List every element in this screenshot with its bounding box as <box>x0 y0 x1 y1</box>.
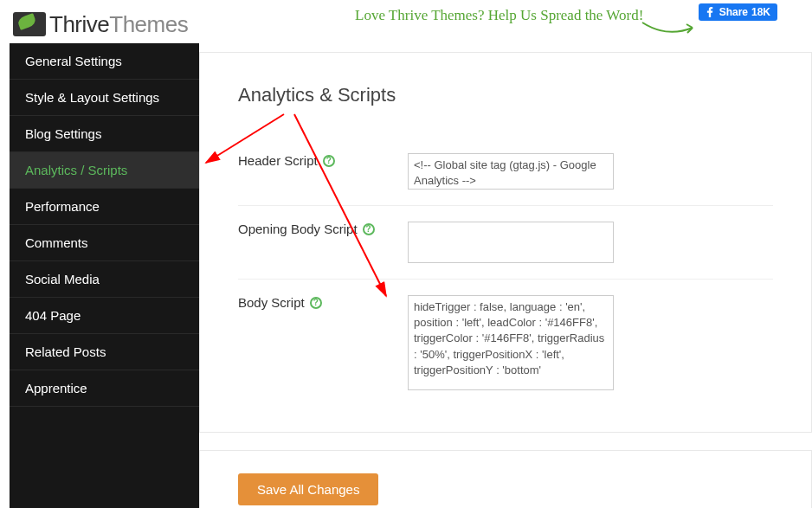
sidebar-item-label: Related Posts <box>25 344 106 359</box>
label-text: Body Script <box>238 295 305 310</box>
sidebar: General Settings Style & Layout Settings… <box>10 43 199 508</box>
curved-arrow-icon <box>641 19 701 41</box>
brand-name: ThriveThemes <box>49 11 188 38</box>
header-script-input[interactable] <box>408 153 614 190</box>
settings-panel: Analytics & Scripts Header Script ? Open… <box>199 52 812 433</box>
label-text: Header Script <box>238 153 318 168</box>
label-text: Opening Body Script <box>238 222 358 236</box>
leaf-icon <box>13 12 46 36</box>
sidebar-item-performance[interactable]: Performance <box>10 189 199 225</box>
cta-text: Love Thrive Themes? Help Us Spread the W… <box>355 7 643 24</box>
top-bar: ThriveThemes Love Thrive Themes? Help Us… <box>0 0 812 43</box>
sidebar-item-blog[interactable]: Blog Settings <box>10 116 199 152</box>
brand-name-b: Themes <box>109 11 188 37</box>
help-icon[interactable]: ? <box>363 223 375 235</box>
brand-logo[interactable]: ThriveThemes <box>13 11 188 38</box>
sidebar-item-label: Apprentice <box>25 381 87 395</box>
sidebar-item-label: Style & Layout Settings <box>25 90 159 105</box>
sidebar-item-404[interactable]: 404 Page <box>10 298 199 334</box>
help-icon[interactable]: ? <box>310 297 322 309</box>
main-content: Analytics & Scripts Header Script ? Open… <box>199 43 812 508</box>
body-script-input[interactable] <box>408 295 614 390</box>
sidebar-item-social[interactable]: Social Media <box>10 261 199 298</box>
sidebar-item-label: Performance <box>25 199 100 214</box>
opening-body-script-input[interactable] <box>408 222 614 263</box>
sidebar-item-style[interactable]: Style & Layout Settings <box>10 80 199 116</box>
sidebar-item-label: Comments <box>25 235 88 250</box>
field-label: Body Script ? <box>238 295 408 310</box>
sidebar-item-related[interactable]: Related Posts <box>10 334 199 370</box>
sidebar-item-analytics[interactable]: Analytics / Scripts <box>10 152 199 189</box>
field-row-body: Body Script ? <box>238 280 773 406</box>
sidebar-item-general[interactable]: General Settings <box>10 43 199 80</box>
sidebar-item-apprentice[interactable]: Apprentice <box>10 370 199 407</box>
field-row-header: Header Script ? <box>238 138 773 206</box>
facebook-icon <box>706 7 716 17</box>
sidebar-item-label: Social Media <box>25 272 100 286</box>
brand-name-a: Thrive <box>49 11 109 37</box>
sidebar-item-label: General Settings <box>25 54 122 68</box>
fb-share-count: 18K <box>751 6 770 18</box>
save-panel: Save All Changes <box>199 450 812 508</box>
sidebar-item-label: Blog Settings <box>25 126 101 141</box>
field-row-opening-body: Opening Body Script ? <box>238 206 773 280</box>
sidebar-item-label: 404 Page <box>25 308 81 323</box>
sidebar-item-comments[interactable]: Comments <box>10 225 199 261</box>
fb-share-label: Share <box>719 6 748 18</box>
help-icon[interactable]: ? <box>323 155 335 167</box>
sidebar-item-label: Analytics / Scripts <box>25 163 127 177</box>
page-title: Analytics & Scripts <box>238 84 773 106</box>
field-label: Header Script ? <box>238 153 408 168</box>
save-button[interactable]: Save All Changes <box>238 473 378 505</box>
field-label: Opening Body Script ? <box>238 222 408 236</box>
fb-share-button[interactable]: Share 18K <box>699 3 777 21</box>
